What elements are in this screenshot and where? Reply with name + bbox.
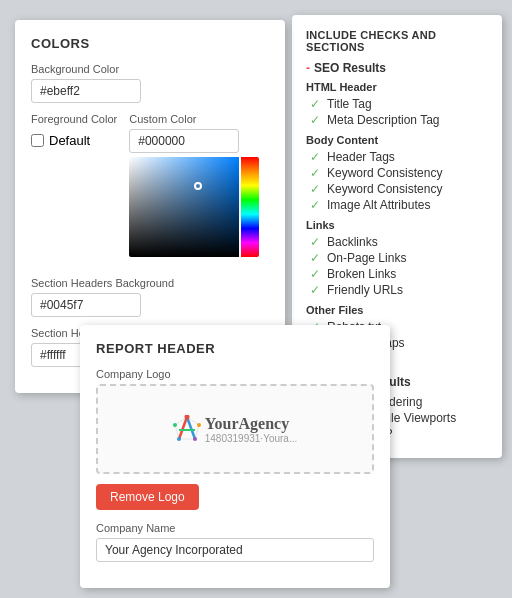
custom-color-input[interactable]	[129, 129, 239, 153]
check-label: Title Tag	[327, 97, 372, 111]
list-item: ✓ Keyword Consistency	[306, 181, 488, 197]
list-item: ✓ Meta Description Tag	[306, 112, 488, 128]
other-files-title: Other Files	[306, 304, 488, 316]
report-panel-title: REPORT HEADER	[96, 341, 374, 356]
bg-color-input[interactable]	[31, 79, 141, 103]
color-gradient	[129, 157, 239, 257]
svg-point-5	[197, 423, 201, 427]
links-title: Links	[306, 219, 488, 231]
svg-line-2	[187, 417, 195, 439]
check-icon: ✓	[310, 113, 322, 127]
logo-graphic	[173, 415, 201, 443]
checks-title: INCLUDE CHECKS AND SECTIONS	[306, 29, 488, 53]
list-item: ✓ Broken Links	[306, 266, 488, 282]
company-name-label: Company Name	[96, 522, 374, 534]
bg-color-field: Background Color	[31, 63, 269, 103]
svg-point-7	[177, 437, 181, 441]
logo-content: YourAgency 1480319931·Youra...	[173, 415, 298, 444]
svg-point-8	[173, 423, 177, 427]
check-icon: ✓	[310, 235, 322, 249]
logo-name-text: YourAgency	[205, 415, 298, 433]
fg-default-checkbox-row: Default	[31, 133, 117, 148]
section-bg-input[interactable]	[31, 293, 141, 317]
check-label: On-Page Links	[327, 251, 406, 265]
seo-section-label: SEO Results	[314, 61, 386, 75]
list-item: ✓ Keyword Consistency	[306, 165, 488, 181]
body-content-title: Body Content	[306, 134, 488, 146]
check-icon: ✓	[310, 283, 322, 297]
check-label: Meta Description Tag	[327, 113, 440, 127]
company-name-field: Company Name	[96, 522, 374, 562]
svg-line-1	[179, 417, 187, 439]
company-name-input[interactable]	[96, 538, 374, 562]
list-item: ✓ Header Tags	[306, 149, 488, 165]
fg-color-field: Foreground Color Default	[31, 113, 117, 148]
custom-color-label: Custom Color	[129, 113, 259, 125]
check-icon: ✓	[310, 97, 322, 111]
check-icon: ✓	[310, 150, 322, 164]
section-bg-label: Section Headers Background	[31, 277, 269, 289]
check-label: Broken Links	[327, 267, 396, 281]
fg-default-label: Default	[49, 133, 90, 148]
bg-color-label: Background Color	[31, 63, 269, 75]
check-icon: ✓	[310, 182, 322, 196]
check-label: Backlinks	[327, 235, 378, 249]
html-header-title: HTML Header	[306, 81, 488, 93]
company-logo-label: Company Logo	[96, 368, 374, 380]
fg-color-label: Foreground Color	[31, 113, 117, 125]
check-icon: ✓	[310, 166, 322, 180]
check-label: Image Alt Attributes	[327, 198, 430, 212]
check-label: Friendly URLs	[327, 283, 403, 297]
list-item: ✓ Image Alt Attributes	[306, 197, 488, 213]
fg-default-checkbox[interactable]	[31, 134, 44, 147]
logo-box: YourAgency 1480319931·Youra...	[96, 384, 374, 474]
list-item: ✓ Friendly URLs	[306, 282, 488, 298]
section-bg-field: Section Headers Background	[31, 277, 269, 317]
custom-color-field: Custom Color	[129, 113, 259, 257]
list-item: ✓ Title Tag	[306, 96, 488, 112]
report-panel: REPORT HEADER Company Logo YourAgency	[80, 325, 390, 588]
svg-point-6	[193, 437, 197, 441]
check-label: Keyword Consistency	[327, 166, 442, 180]
logo-text-group: YourAgency 1480319931·Youra...	[205, 415, 298, 444]
seo-dash: -	[306, 61, 310, 75]
check-label: Header Tags	[327, 150, 395, 164]
list-item: ✓ On-Page Links	[306, 250, 488, 266]
remove-logo-button[interactable]: Remove Logo	[96, 484, 199, 510]
check-icon: ✓	[310, 198, 322, 212]
fg-color-row: Foreground Color Default Custom Color	[31, 113, 269, 267]
color-picker[interactable]	[129, 157, 259, 257]
check-icon: ✓	[310, 251, 322, 265]
colors-panel-title: COLORS	[31, 36, 269, 51]
logo-phone-text: 1480319931·Youra...	[205, 433, 298, 444]
logo-icon: YourAgency 1480319931·Youra...	[173, 415, 298, 444]
color-spectrum	[241, 157, 259, 257]
check-icon: ✓	[310, 267, 322, 281]
list-item: ✓ Backlinks	[306, 234, 488, 250]
seo-section-header: - SEO Results	[306, 61, 488, 75]
check-label: Keyword Consistency	[327, 182, 442, 196]
